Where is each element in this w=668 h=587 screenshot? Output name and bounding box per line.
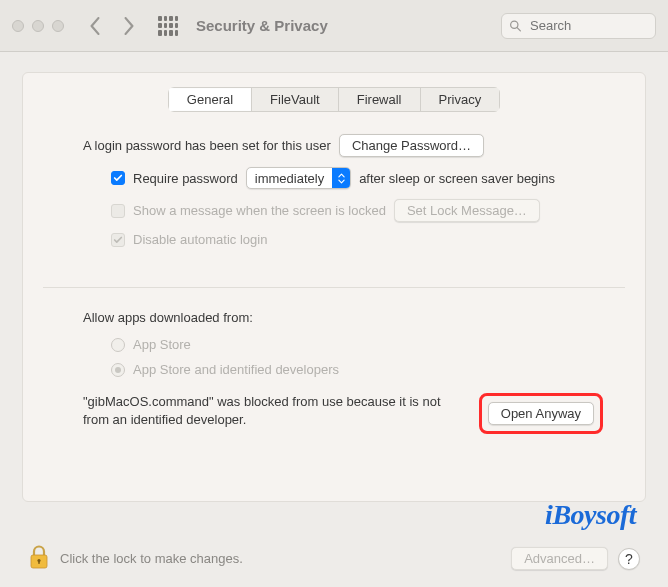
help-button[interactable]: ?	[618, 548, 640, 570]
search-icon	[509, 19, 522, 32]
require-password-label: Require password	[133, 171, 238, 186]
window-toolbar: Security & Privacy	[0, 0, 668, 52]
show-message-label: Show a message when the screen is locked	[133, 203, 386, 218]
disable-auto-login-label: Disable automatic login	[133, 232, 267, 247]
search-field[interactable]	[501, 13, 656, 39]
traffic-lights	[12, 20, 64, 32]
allow-apps-heading: Allow apps downloaded from:	[83, 310, 253, 325]
chevron-right-icon	[123, 17, 135, 35]
blocked-app-text: "gibMacOS.command" was blocked from use …	[83, 393, 463, 428]
require-password-delay-popup[interactable]: immediately	[246, 167, 351, 189]
advanced-button: Advanced…	[511, 547, 608, 570]
lock-text: Click the lock to make changes.	[60, 551, 501, 566]
radio-app-store-identified	[111, 363, 125, 377]
tab-row: General FileVault Firewall Privacy	[168, 87, 500, 112]
svg-rect-4	[38, 561, 40, 564]
radio-app-store-identified-label: App Store and identified developers	[133, 362, 339, 377]
footer: Click the lock to make changes. Advanced…	[0, 544, 668, 573]
tab-filevault[interactable]: FileVault	[252, 87, 339, 112]
chevron-left-icon	[89, 17, 101, 35]
search-input[interactable]	[501, 13, 656, 39]
login-password-text: A login password has been set for this u…	[83, 138, 331, 153]
divider	[43, 287, 625, 288]
close-window-icon[interactable]	[12, 20, 24, 32]
open-anyway-button[interactable]: Open Anyway	[488, 402, 594, 425]
nav-arrows	[86, 14, 138, 38]
set-lock-message-button: Set Lock Message…	[394, 199, 540, 222]
radio-app-store-label: App Store	[133, 337, 191, 352]
require-password-checkbox[interactable]	[111, 171, 125, 185]
popup-arrows-icon	[332, 168, 350, 188]
forward-button[interactable]	[120, 14, 138, 38]
disable-auto-login-checkbox	[111, 233, 125, 247]
preferences-panel: General FileVault Firewall Privacy A log…	[22, 72, 646, 502]
back-button[interactable]	[86, 14, 104, 38]
lock-icon[interactable]	[28, 544, 50, 573]
change-password-button[interactable]: Change Password…	[339, 134, 484, 157]
radio-app-store	[111, 338, 125, 352]
popup-value: immediately	[247, 171, 332, 186]
tab-general[interactable]: General	[168, 87, 252, 112]
svg-line-1	[517, 27, 520, 30]
require-password-suffix: after sleep or screen saver begins	[359, 171, 555, 186]
watermark: iBoysoft	[545, 499, 636, 531]
checkmark-icon	[113, 173, 123, 183]
window-title: Security & Privacy	[196, 17, 493, 34]
checkmark-icon	[113, 235, 123, 245]
minimize-window-icon[interactable]	[32, 20, 44, 32]
zoom-window-icon[interactable]	[52, 20, 64, 32]
show-all-icon[interactable]	[158, 16, 178, 36]
show-message-checkbox	[111, 204, 125, 218]
annotation-highlight: Open Anyway	[479, 393, 603, 434]
tab-privacy[interactable]: Privacy	[421, 87, 501, 112]
tab-firewall[interactable]: Firewall	[339, 87, 421, 112]
